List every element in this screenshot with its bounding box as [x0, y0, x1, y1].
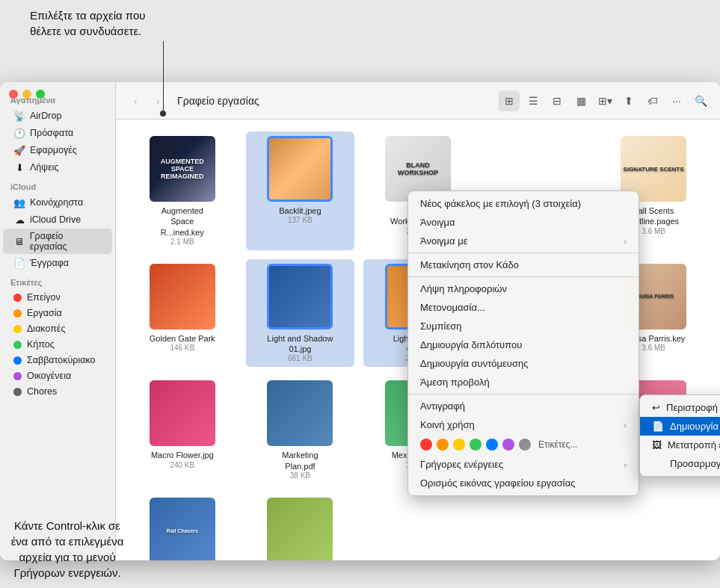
file-item-skater[interactable]: Skater.jpeg 217 KB: [246, 493, 355, 560]
tag-color-blue[interactable]: [486, 439, 498, 451]
sidebar-item-documents[interactable]: 📄 Έγγραφα: [3, 255, 112, 271]
context-menu: Νέος φάκελος με επιλογή (3 στοιχεία) Άνο…: [407, 191, 639, 496]
menu-item-share[interactable]: Κοινή χρήση ›: [408, 415, 639, 434]
chevron-right-icon: ›: [624, 460, 627, 469]
file-name: Light and Shadow 01.jpg: [266, 333, 333, 355]
menu-item-duplicate[interactable]: Δημιουργία διπλότυπου: [408, 335, 639, 354]
menu-item-rename[interactable]: Μετονομασία...: [408, 298, 639, 317]
tag-work-dot: [13, 309, 22, 318]
sidebar-item-downloads[interactable]: ⬇ Λήψεις: [3, 159, 112, 176]
sidebar-item-apps[interactable]: 🚀 Εφαρμογές: [3, 142, 112, 158]
sidebar-item-label: Κήπος: [27, 339, 55, 350]
submenu-item-convert-image[interactable]: 🖼 Μετατροπή εικόνας: [640, 436, 720, 454]
file-size: 240 KB: [170, 461, 194, 469]
maximize-button[interactable]: [36, 90, 45, 99]
search-button[interactable]: 🔍: [690, 90, 711, 111]
view-columns-button[interactable]: ⊟: [547, 90, 567, 111]
tag-button[interactable]: 🏷: [642, 90, 663, 111]
file-item-light-shadow[interactable]: Light and Shadow 01.jpg 661 KB: [246, 259, 355, 368]
file-name: Golden Gate Park: [150, 333, 215, 344]
sidebar-tag-urgent[interactable]: Επείγον: [3, 290, 112, 305]
icloud-icon: ☁: [13, 214, 25, 226]
chevron-right-icon: ›: [624, 421, 627, 430]
menu-item-new-folder[interactable]: Νέος φάκελος με επιλογή (3 στοιχεία): [408, 194, 639, 213]
share-button[interactable]: ⬆: [618, 90, 639, 111]
menu-item-set-bg[interactable]: Ορισμός εικόνας γραφείου εργασίας: [408, 474, 639, 492]
sidebar-item-label: Επείγον: [27, 292, 61, 303]
file-thumb-augmented: AUGMENTED SPACE REIMAGINED: [150, 136, 215, 202]
menu-item-trash[interactable]: Μετακίνηση στον Κάδο: [408, 256, 639, 274]
file-item-augmented[interactable]: AUGMENTED SPACE REIMAGINED Augmented Spa…: [128, 131, 237, 250]
menu-item-copy[interactable]: Αντιγραφή: [408, 397, 639, 415]
forward-button[interactable]: ›: [147, 90, 168, 111]
sidebar-item-shared[interactable]: 👥 Κοινόχρηστα: [3, 194, 112, 211]
annotation-line: [163, 41, 164, 112]
view-icons-button[interactable]: ⊞: [499, 90, 520, 111]
tag-weekend-dot: [13, 356, 22, 365]
back-button[interactable]: ‹: [125, 90, 146, 111]
traffic-lights: [9, 90, 45, 99]
shared-icon: 👥: [13, 196, 25, 208]
tag-color-green[interactable]: [470, 439, 481, 451]
view-list-button[interactable]: ☰: [523, 90, 544, 111]
more-button[interactable]: ···: [666, 90, 687, 111]
sidebar-tag-holidays[interactable]: Διακοπές: [3, 321, 112, 336]
file-thumb-gg: [150, 264, 215, 329]
annotation-bottom: Κάντε Control-κλικ σε ένα από τα επιλεγμ…: [7, 518, 127, 581]
file-size: 3.6 MB: [641, 227, 665, 235]
tag-color-purple[interactable]: [502, 439, 514, 451]
file-size: 3.6 MB: [641, 344, 665, 352]
recents-icon: 🕐: [13, 127, 25, 139]
downloads-icon: ⬇: [13, 161, 25, 173]
file-item-backlit[interactable]: Backlit.jpeg 137 KB: [246, 131, 355, 250]
pdf-icon: 📄: [652, 421, 664, 432]
tag-color-gray[interactable]: [519, 439, 531, 451]
group-button[interactable]: ⊞▾: [594, 90, 615, 111]
file-item-marketing[interactable]: Marketing Plan.pdf 38 KB: [246, 376, 355, 484]
sidebar-tag-work[interactable]: Εργασία: [3, 306, 112, 321]
tag-garden-dot: [13, 341, 22, 349]
file-size: 2.1 MB: [170, 238, 194, 246]
file-thumb-marketing: [267, 380, 333, 446]
view-gallery-button[interactable]: ▦: [570, 90, 591, 111]
file-item-gg-park[interactable]: Golden Gate Park 146 KB: [128, 259, 237, 368]
sidebar-tag-weekend[interactable]: Σαββατοκύριακο: [3, 353, 112, 368]
menu-item-quicklook[interactable]: Άμεση προβολή: [408, 373, 639, 392]
minimize-button[interactable]: [22, 90, 31, 99]
close-button[interactable]: [9, 90, 18, 99]
sidebar-tag-family[interactable]: Οικογένεια: [3, 368, 112, 383]
file-thumb-ls: [267, 264, 333, 329]
menu-item-compress[interactable]: Συμπίεση: [408, 317, 639, 335]
file-size: 137 KB: [288, 216, 313, 224]
sidebar-item-airdrop[interactable]: 📡 AirDrop: [3, 108, 112, 124]
sidebar-item-icloud[interactable]: ☁ iCloud Drive: [3, 211, 112, 228]
menu-item-open-with[interactable]: Άνοιγμα με ›: [408, 232, 639, 250]
tag-color-orange[interactable]: [437, 439, 449, 451]
menu-item-open[interactable]: Άνοιγμα: [408, 213, 639, 232]
sidebar-item-label: Chores: [27, 386, 57, 397]
file-item-rail-chasers[interactable]: Rail Chasers Rail Chasers.key 2.2 MB: [128, 493, 237, 560]
sidebar-item-recents[interactable]: 🕐 Πρόσφατα: [3, 125, 112, 141]
file-thumb-backlit: [267, 136, 333, 202]
sidebar-item-desktop[interactable]: 🖥 Γραφείο εργασίας: [3, 229, 112, 254]
submenu-item-customize[interactable]: Προσαρμογή...: [640, 454, 720, 473]
toolbar: ‹ › Γραφείο εργασίας ⊞ ☰ ⊟ ▦ ⊞▾ ⬆ 🏷 ··· …: [116, 82, 720, 120]
quick-actions-submenu: ↩ Περιστροφή αριστερά 📄 Δημιουργία PDF 🖼…: [639, 394, 720, 477]
menu-item-info[interactable]: Λήψη πληροφοριών: [408, 279, 639, 298]
menu-item-alias[interactable]: Δημιουργία συντόμευσης: [408, 354, 639, 373]
menu-separator: [408, 253, 639, 253]
sidebar-item-label: Οικογένεια: [27, 371, 71, 381]
tag-chores-dot: [13, 388, 22, 396]
submenu-item-create-pdf[interactable]: 📄 Δημιουργία PDF: [640, 417, 720, 436]
file-item-macro-flower[interactable]: Macro Flower.jpg 240 KB: [128, 376, 237, 484]
tags-label[interactable]: Ετικέτες...: [538, 439, 578, 450]
sidebar-item-label: Κοινόχρηστα: [30, 197, 83, 208]
sidebar-item-label: Έγγραφα: [30, 258, 69, 268]
sidebar-tag-chores[interactable]: Chores: [3, 384, 112, 399]
submenu-item-rotate-left[interactable]: ↩ Περιστροφή αριστερά: [640, 398, 720, 417]
tag-color-red[interactable]: [420, 439, 432, 451]
sidebar-tag-garden[interactable]: Κήπος: [3, 337, 112, 352]
tag-color-yellow[interactable]: [453, 439, 465, 451]
tag-family-dot: [13, 372, 22, 380]
menu-item-quick-actions[interactable]: Γρήγορες ενέργειες ›: [408, 455, 639, 474]
